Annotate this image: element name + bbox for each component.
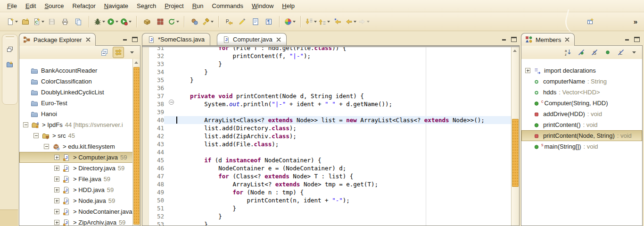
- editor-scrollbar[interactable]: [511, 47, 519, 226]
- tree-item-ipdfs[interactable]: J> IpdFs44 [https://svnserver.i: [19, 119, 140, 130]
- minimize-view-button[interactable]: [625, 36, 629, 41]
- menu-edit[interactable]: Edit: [21, 1, 40, 11]
- code-line-51[interactable]: 51 }: [149, 204, 512, 212]
- new-wizard-button[interactable]: [6, 16, 19, 28]
- package-explorer-scrollbar[interactable]: [132, 59, 140, 226]
- dropdown-arrow-icon[interactable]: [293, 21, 296, 23]
- code-line-53[interactable]: 53 }: [149, 220, 512, 226]
- last-edit-button[interactable]: [331, 16, 344, 28]
- package-explorer-view-tab[interactable]: Package Explorer: [19, 33, 96, 46]
- dropdown-arrow-icon[interactable]: [129, 21, 132, 23]
- member-item-main-string[interactable]: smain(String[]) : void: [521, 141, 642, 152]
- member-item-adddrive-hdd[interactable]: addDrive(HDD) : void: [521, 109, 642, 119]
- tree-item-node-java[interactable]: J> Node.java59: [19, 195, 140, 206]
- menu-navigate[interactable]: Navigate: [100, 1, 132, 11]
- next-annotation-button[interactable]: [305, 16, 318, 28]
- code-line-36[interactable]: 36: [149, 84, 512, 92]
- run-button[interactable]: [106, 16, 119, 28]
- hide-local-button[interactable]: L: [616, 47, 626, 58]
- dropdown-arrow-icon[interactable]: [116, 21, 118, 23]
- new-package-button[interactable]: [19, 16, 32, 28]
- dropdown-arrow-icon[interactable]: [367, 21, 370, 23]
- last-edit-location-button[interactable]: P: [223, 16, 236, 28]
- members-view-tab[interactable]: Members: [521, 33, 575, 46]
- back-button[interactable]: [344, 16, 357, 28]
- menu-commands[interactable]: Commands: [208, 1, 248, 11]
- member-item-hdds[interactable]: hdds : Vector<HDD>: [521, 87, 642, 98]
- save-button[interactable]: [45, 16, 58, 28]
- sort-button[interactable]: az: [563, 47, 573, 58]
- expand-icon[interactable]: [54, 155, 59, 160]
- open-view-button[interactable]: [4, 59, 16, 71]
- prev-annotation-button[interactable]: [318, 16, 331, 28]
- open-type-button[interactable]: [188, 16, 201, 28]
- tree-item-edu-kit-filesystem[interactable]: > edu.kit.filesystem: [19, 141, 140, 152]
- code-line-31[interactable]: 31 for (File f : hdd.get(File.class)) {: [149, 47, 512, 52]
- tree-item-computer-java[interactable]: J> Computer.java59: [19, 152, 140, 163]
- java-perspective-button[interactable]: [584, 16, 597, 28]
- collapse-icon[interactable]: [44, 144, 49, 149]
- close-icon[interactable]: [565, 37, 570, 42]
- editor-tab-computer-java[interactable]: JComputer.java: [217, 33, 287, 45]
- menu-help[interactable]: Help: [278, 1, 299, 11]
- debug-button[interactable]: [93, 16, 106, 28]
- code-line-38[interactable]: 38 System.out.println("|-" + ident + " "…: [149, 100, 512, 108]
- hide-static-button[interactable]: S: [589, 47, 600, 58]
- member-item-printcontent-node-string[interactable]: printContent(Node, String) : void: [521, 130, 642, 141]
- whitespace-button[interactable]: ¶: [262, 16, 275, 28]
- scrollbar-thumb[interactable]: [512, 119, 519, 187]
- menu-project[interactable]: Project: [160, 1, 188, 11]
- dropdown-arrow-icon[interactable]: [327, 21, 330, 23]
- tree-item-doublylinkedcycliclist[interactable]: DoublyLinkedCyclicList: [19, 87, 140, 98]
- code-line-37[interactable]: 37 private void printContent(Node d, Str…: [149, 92, 512, 100]
- minimize-view-button[interactable]: [123, 36, 127, 41]
- menu-refactor[interactable]: Refactor: [68, 1, 100, 11]
- code-line-32[interactable]: 32 printContent(f, "|-");: [149, 52, 512, 60]
- copy-button[interactable]: [72, 16, 85, 28]
- menu-search[interactable]: Search: [132, 1, 160, 11]
- dropdown-arrow-icon[interactable]: [102, 21, 105, 23]
- code-line-44[interactable]: 44: [149, 148, 512, 156]
- code-line-39[interactable]: 39: [149, 108, 512, 116]
- view-menu-button[interactable]: [127, 47, 137, 58]
- editor-tab-someclass-java[interactable]: J*SomeClass.java: [142, 33, 210, 45]
- maximize-view-button[interactable]: [634, 37, 640, 42]
- highlighter-button[interactable]: [236, 16, 249, 28]
- code-line-52[interactable]: 52 }: [149, 212, 512, 220]
- fastview-handle[interactable]: [6, 36, 14, 39]
- code-line-35[interactable]: 35 }: [149, 76, 512, 84]
- expand-icon[interactable]: [54, 220, 59, 225]
- link-editor-button[interactable]: [113, 47, 124, 58]
- dropdown-arrow-icon[interactable]: [15, 21, 18, 23]
- new-project-button[interactable]: [140, 16, 154, 28]
- member-item-import-declarations[interactable]: import declarations: [521, 65, 642, 76]
- expand-icon[interactable]: [54, 198, 59, 203]
- member-item-computername[interactable]: computerName : String: [521, 76, 642, 87]
- print-button[interactable]: [58, 16, 72, 28]
- code-line-34[interactable]: 34 }: [149, 68, 512, 76]
- dropdown-arrow-icon[interactable]: [314, 21, 317, 23]
- view-menu-button[interactable]: [629, 47, 639, 58]
- member-item-computer-string-hdd[interactable]: cComputer(String, HDD): [521, 98, 642, 109]
- code-line-50[interactable]: 50 printContent(n, ident + "-");: [149, 196, 512, 204]
- hide-nonpublic-button[interactable]: [603, 47, 613, 58]
- show-source-button[interactable]: [249, 16, 262, 28]
- code-line-41[interactable]: 41 list.add(Directory.class);: [149, 124, 512, 132]
- member-item-printcontent[interactable]: printContent() : void: [521, 119, 642, 130]
- code-line-45[interactable]: 45 if (d instanceof NodeContainer) {: [149, 156, 512, 164]
- new-class-button[interactable]: C: [32, 16, 45, 28]
- code-area[interactable]: 31 for (File f : hdd.get(File.class)) {3…: [149, 47, 512, 226]
- tree-item-ziparchiv-java[interactable]: J> ZipArchiv.java59: [19, 217, 140, 226]
- tree-item-nodecontainer-java[interactable]: J> NodeContainer.java: [19, 206, 140, 217]
- tree-item-file-java[interactable]: J> File.java59: [19, 174, 140, 184]
- fold-collapse-icon[interactable]: [169, 100, 174, 105]
- code-line-47[interactable]: 47 for (Class<? extends Node> T : list) …: [149, 172, 512, 180]
- dropdown-arrow-icon[interactable]: [354, 21, 356, 23]
- expand-icon[interactable]: [54, 209, 59, 214]
- collapse-icon[interactable]: [33, 133, 39, 138]
- search-button[interactable]: [201, 16, 215, 28]
- hide-fields-button[interactable]: [576, 47, 586, 58]
- scrollbar-thumb[interactable]: [133, 67, 140, 225]
- dropdown-arrow-icon[interactable]: [211, 21, 214, 23]
- expand-icon[interactable]: [525, 68, 530, 73]
